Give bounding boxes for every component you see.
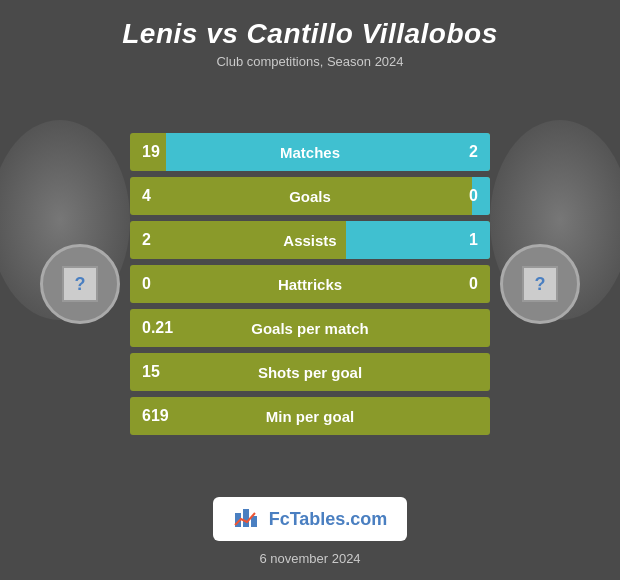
stat-left-goals: 4 <box>142 187 151 205</box>
left-avatar-placeholder: ? <box>62 266 98 302</box>
left-avatar-circle: ? <box>40 244 120 324</box>
stat-label-goals-per-match: Goals per match <box>251 320 369 337</box>
stat-row-assists: 2Assists1 <box>130 221 490 259</box>
main-content-row: ? 19Matches24Goals02Assists10Hattricks00… <box>0 81 620 487</box>
logo-text: FcTables.com <box>269 509 388 530</box>
right-avatar-icon: ? <box>535 274 546 295</box>
stat-row-shots-per-goal: 15Shots per goal <box>130 353 490 391</box>
stat-right-goals: 0 <box>469 187 478 205</box>
stat-label-shots-per-goal: Shots per goal <box>258 364 362 381</box>
stat-row-min-per-goal: 619Min per goal <box>130 397 490 435</box>
stat-left-shots-per-goal: 15 <box>142 363 160 381</box>
stat-label-goals: Goals <box>289 188 331 205</box>
logo-text-black: Fc <box>269 509 290 529</box>
main-container: Lenis vs Cantillo Villalobos Club compet… <box>0 0 620 580</box>
stats-area: 19Matches24Goals02Assists10Hattricks00.2… <box>130 133 490 435</box>
stat-left-matches: 19 <box>142 143 160 161</box>
stat-row-goals-per-match: 0.21Goals per match <box>130 309 490 347</box>
stat-label-assists: Assists <box>283 232 336 249</box>
stat-label-min-per-goal: Min per goal <box>266 408 354 425</box>
stat-row-hattricks: 0Hattricks0 <box>130 265 490 303</box>
stat-left-goals-per-match: 0.21 <box>142 319 173 337</box>
stat-right-matches: 2 <box>469 143 478 161</box>
logo-text-blue: Tables.com <box>290 509 388 529</box>
stat-left-hattricks: 0 <box>142 275 151 293</box>
logo-icon <box>233 505 261 533</box>
stat-row-goals: 4Goals0 <box>130 177 490 215</box>
logo-area: FcTables.com <box>213 497 408 541</box>
stat-right-hattricks: 0 <box>469 275 478 293</box>
footer-date: 6 november 2024 <box>259 551 360 566</box>
stat-label-matches: Matches <box>280 144 340 161</box>
header: Lenis vs Cantillo Villalobos Club compet… <box>122 0 497 69</box>
stat-row-matches: 19Matches2 <box>130 133 490 171</box>
left-avatar-icon: ? <box>75 274 86 295</box>
stat-right-assists: 1 <box>469 231 478 249</box>
stat-left-assists: 2 <box>142 231 151 249</box>
right-avatar-circle: ? <box>500 244 580 324</box>
page-subtitle: Club competitions, Season 2024 <box>122 54 497 69</box>
left-player-avatar: ? <box>30 229 130 339</box>
page-title: Lenis vs Cantillo Villalobos <box>122 18 497 50</box>
svg-rect-1 <box>243 509 249 527</box>
right-avatar-placeholder: ? <box>522 266 558 302</box>
right-player-avatar: ? <box>490 229 590 339</box>
stat-left-min-per-goal: 619 <box>142 407 169 425</box>
stat-label-hattricks: Hattricks <box>278 276 342 293</box>
